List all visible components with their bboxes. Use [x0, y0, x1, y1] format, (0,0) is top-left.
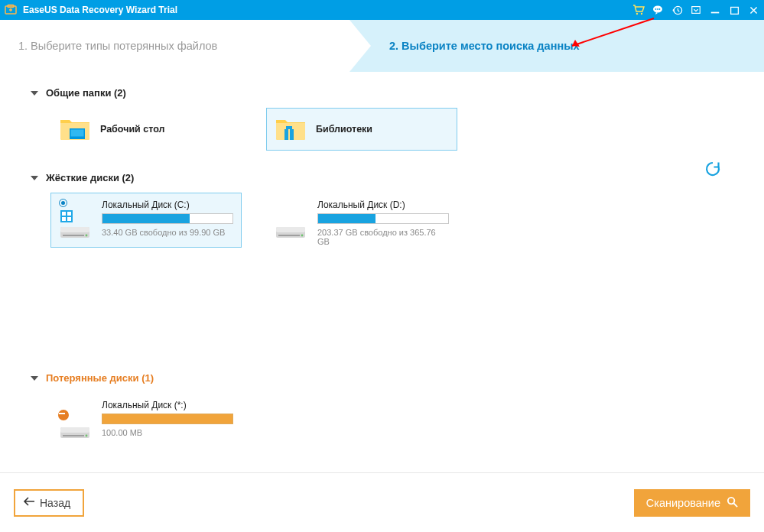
drive-icon — [59, 410, 91, 441]
svg-point-5 — [655, 8, 657, 10]
wizard-steps: 1. Выберите типы потерянных файлов 2. Вы… — [0, 20, 764, 72]
svg-point-29 — [301, 235, 304, 237]
collapse-icon — [31, 376, 38, 381]
folder-libraries-label: Библиотеки — [316, 124, 372, 135]
disk-c-radio[interactable] — [59, 199, 67, 207]
app-logo-icon — [5, 4, 17, 16]
disk-lost-free: 100.00 MB — [102, 428, 233, 437]
libraries-folder-icon — [275, 115, 307, 143]
arrow-left-icon — [23, 496, 35, 509]
section-hard-disks-title: Жёсткие диски (2) — [46, 172, 134, 183]
section-common-folders-header[interactable]: Общие папки (2) — [31, 87, 733, 99]
disk-c-usage-bar — [102, 213, 233, 224]
disk-d-usage-bar — [317, 213, 449, 224]
step-2-tab[interactable]: 2. Выберите место поиска данных — [371, 20, 764, 72]
disk-lost[interactable]: Локальный Диск (*:) 100.00 MB — [50, 393, 242, 448]
disk-d-name: Локальный Диск (D:) — [317, 200, 449, 210]
svg-rect-31 — [60, 427, 89, 433]
svg-rect-24 — [63, 235, 84, 236]
hard-disks-row: Локальный Диск (C:) 33.40 GB свободно из… — [50, 193, 733, 253]
common-folders-row: Рабочий стол Библиотеки — [50, 108, 733, 151]
titlebar-buttons — [632, 4, 759, 16]
step-2-label: 2. Выберите место поиска данных — [389, 40, 580, 52]
section-hard-disks-header[interactable]: Жёсткие диски (2) — [31, 172, 733, 183]
disk-c-name: Локальный Диск (C:) — [102, 200, 233, 210]
close-button[interactable] — [747, 4, 759, 16]
desktop-folder-icon — [59, 115, 91, 143]
svg-rect-20 — [62, 217, 66, 221]
svg-rect-16 — [286, 126, 292, 129]
disk-d-body: Локальный Диск (D:) 203.37 GB свободно и… — [317, 200, 449, 246]
disk-lost-usage-bar — [102, 414, 233, 424]
svg-rect-27 — [276, 227, 305, 232]
svg-rect-13 — [71, 130, 84, 137]
maximize-button[interactable] — [728, 4, 740, 16]
back-button[interactable]: Назад — [14, 489, 84, 517]
svg-rect-28 — [278, 235, 300, 236]
svg-rect-19 — [67, 212, 71, 216]
section-lost-disks-title: Потерянные диски (1) — [46, 372, 154, 384]
disk-d-free: 203.37 GB свободно из 365.76 GB — [317, 228, 449, 246]
disk-lost-name: Локальный Диск (*:) — [102, 400, 233, 410]
svg-rect-32 — [63, 435, 84, 436]
svg-rect-21 — [67, 217, 71, 221]
svg-point-7 — [659, 8, 661, 10]
history-icon[interactable] — [671, 4, 683, 16]
disk-d-usage-fill — [318, 214, 375, 223]
folder-desktop[interactable]: Рабочий стол — [50, 108, 242, 151]
svg-rect-18 — [62, 212, 66, 216]
svg-point-2 — [636, 13, 638, 15]
svg-rect-14 — [284, 129, 288, 140]
main-content: Общие папки (2) Рабочий стол Библиотеки … — [0, 72, 764, 472]
dropdown-menu-icon[interactable] — [690, 4, 702, 16]
svg-rect-10 — [711, 12, 720, 14]
drive-icon — [59, 210, 91, 241]
titlebar: EaseUS Data Recovery Wizard Trial — [0, 0, 764, 20]
section-lost-disks-header[interactable]: Потерянные диски (1) — [31, 372, 733, 384]
disk-lost-usage-fill — [102, 414, 232, 423]
minimize-button[interactable] — [709, 4, 721, 16]
refresh-button[interactable] — [704, 161, 721, 177]
step-1-tab[interactable]: 1. Выберите типы потерянных файлов — [0, 20, 371, 72]
disk-d[interactable]: Локальный Диск (D:) 203.37 GB свободно и… — [266, 193, 457, 253]
disk-c-free: 33.40 GB свободно из 99.90 GB — [102, 228, 233, 237]
section-common-folders-title: Общие папки (2) — [46, 87, 126, 99]
svg-rect-11 — [730, 7, 738, 14]
disk-c-usage-fill — [102, 214, 190, 223]
svg-point-33 — [86, 435, 88, 437]
svg-point-25 — [86, 235, 88, 237]
step-1-label: 1. Выберите типы потерянных файлов — [18, 40, 217, 52]
disk-c[interactable]: Локальный Диск (C:) 33.40 GB свободно из… — [50, 193, 242, 248]
cart-icon[interactable] — [632, 4, 645, 16]
svg-rect-23 — [60, 227, 89, 232]
scan-button[interactable]: Сканирование — [634, 489, 750, 517]
app-title: EaseUS Data Recovery Wizard Trial — [23, 5, 177, 15]
svg-rect-15 — [290, 129, 294, 140]
svg-point-3 — [641, 13, 642, 15]
scan-button-label: Сканирование — [646, 497, 720, 509]
folder-desktop-label: Рабочий стол — [100, 124, 164, 135]
chat-icon[interactable] — [652, 4, 664, 16]
disk-c-body: Локальный Диск (C:) 33.40 GB свободно из… — [102, 200, 233, 241]
svg-point-34 — [728, 497, 734, 503]
back-button-label: Назад — [40, 497, 70, 509]
collapse-icon — [31, 176, 38, 180]
lost-disks-row: Локальный Диск (*:) 100.00 MB — [50, 393, 733, 448]
svg-rect-9 — [692, 7, 701, 14]
folder-libraries[interactable]: Библиотеки — [266, 108, 457, 151]
search-icon — [727, 496, 738, 510]
disk-lost-body: Локальный Диск (*:) 100.00 MB — [102, 400, 233, 441]
drive-icon — [275, 210, 307, 241]
svg-point-6 — [657, 8, 658, 10]
collapse-icon — [31, 91, 38, 96]
footer: Назад Сканирование — [0, 472, 764, 532]
